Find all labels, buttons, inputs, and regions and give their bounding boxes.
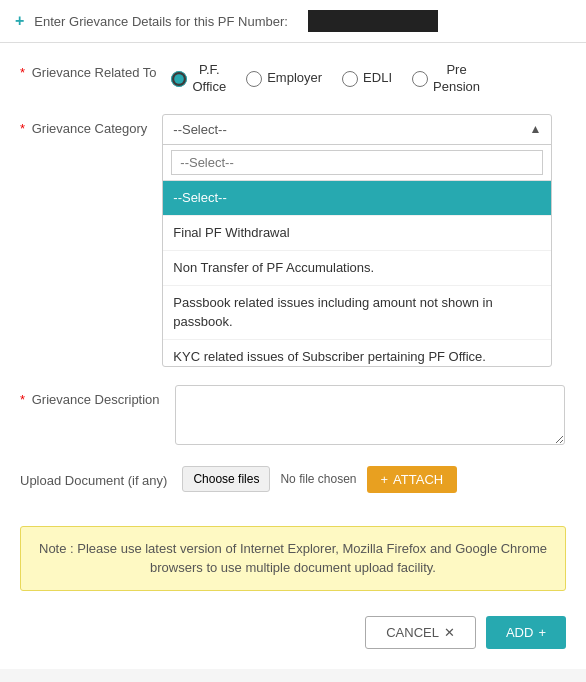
grievance-category-row: * Grievance Category --Select-- ▲ --Sele… — [20, 114, 566, 367]
cancel-button[interactable]: CANCEL ✕ — [365, 616, 476, 649]
radio-pf-office-input[interactable] — [171, 71, 187, 87]
header-label: Enter Grievance Details for this PF Numb… — [34, 14, 288, 29]
attach-button[interactable]: + ATTACH — [367, 466, 458, 493]
dropdown-item-passbook[interactable]: Passbook related issues including amount… — [163, 286, 551, 339]
choose-files-button[interactable]: Choose files — [182, 466, 270, 492]
dropdown-item-final-pf[interactable]: Final PF Withdrawal — [163, 216, 551, 251]
dropdown-search-area — [163, 145, 551, 181]
radio-edli-label: EDLI — [363, 70, 392, 87]
plus-icon: + — [15, 12, 24, 30]
cancel-label: CANCEL — [386, 625, 439, 640]
dropdown-header[interactable]: --Select-- ▲ — [163, 115, 551, 145]
radio-group: P.F.Office Employer EDLI PrePension — [171, 58, 480, 96]
radio-edli-input[interactable] — [342, 71, 358, 87]
attach-plus-icon: + — [381, 472, 389, 487]
form-container: * Grievance Related To P.F.Office Employ… — [0, 43, 586, 526]
grievance-description-label: * Grievance Description — [20, 385, 175, 409]
grievance-related-to-row: * Grievance Related To P.F.Office Employ… — [20, 58, 566, 96]
radio-employer-label: Employer — [267, 70, 322, 87]
grievance-category-label: * Grievance Category — [20, 114, 162, 138]
no-file-label: No file chosen — [280, 472, 356, 486]
pf-number-box — [308, 10, 438, 32]
grievance-description-textarea[interactable] — [175, 385, 565, 445]
radio-employer-input[interactable] — [246, 71, 262, 87]
file-upload-area: Choose files No file chosen + ATTACH — [182, 466, 457, 493]
required-star: * — [20, 65, 25, 80]
radio-pre-pension-input[interactable] — [412, 71, 428, 87]
dropdown-item-kyc[interactable]: KYC related issues of Subscriber pertain… — [163, 340, 551, 366]
add-icon: + — [538, 625, 546, 640]
category-dropdown[interactable]: --Select-- ▲ --Select-- Final PF Withdra… — [162, 114, 552, 367]
footer-buttons: CANCEL ✕ ADD + — [0, 606, 586, 669]
note-text: Note : Please use latest version of Inte… — [39, 541, 547, 576]
page-wrapper: + Enter Grievance Details for this PF Nu… — [0, 0, 586, 669]
add-label: ADD — [506, 625, 533, 640]
dropdown-item-select[interactable]: --Select-- — [163, 181, 551, 216]
grievance-related-to-label: * Grievance Related To — [20, 58, 171, 82]
grievance-description-field-area — [175, 385, 565, 448]
radio-pf-office-label: P.F.Office — [192, 62, 226, 96]
cancel-icon: ✕ — [444, 625, 455, 640]
radio-employer[interactable]: Employer — [246, 70, 322, 87]
radio-pre-pension-label: PrePension — [433, 62, 480, 96]
grievance-description-row: * Grievance Description — [20, 385, 566, 448]
required-star-category: * — [20, 121, 25, 136]
radio-pre-pension[interactable]: PrePension — [412, 62, 480, 96]
dropdown-search-input[interactable] — [171, 150, 543, 175]
dropdown-list: --Select-- Final PF Withdrawal Non Trans… — [163, 181, 551, 366]
upload-document-row: Upload Document (if any) Choose files No… — [20, 466, 566, 493]
dropdown-item-non-transfer[interactable]: Non Transfer of PF Accumulations. — [163, 251, 551, 286]
attach-label: ATTACH — [393, 472, 443, 487]
header-bar: + Enter Grievance Details for this PF Nu… — [0, 0, 586, 43]
required-star-desc: * — [20, 392, 25, 407]
dropdown-selected-value: --Select-- — [173, 122, 226, 137]
chevron-up-icon: ▲ — [529, 122, 541, 136]
add-button[interactable]: ADD + — [486, 616, 566, 649]
note-box: Note : Please use latest version of Inte… — [20, 526, 566, 591]
radio-edli[interactable]: EDLI — [342, 70, 392, 87]
upload-document-label: Upload Document (if any) — [20, 466, 182, 490]
radio-pf-office[interactable]: P.F.Office — [171, 62, 226, 96]
